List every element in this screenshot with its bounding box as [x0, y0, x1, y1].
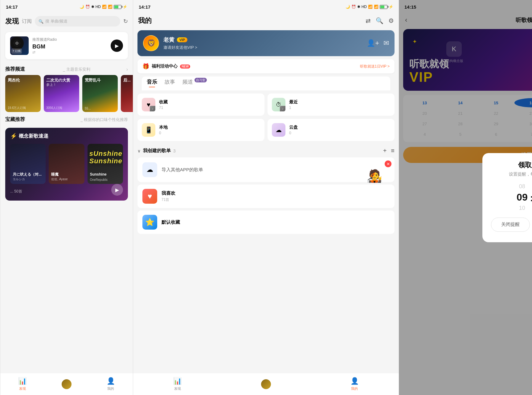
nav-my-1[interactable]: 👤 我的 — [89, 377, 133, 391]
collect-thumb: ♥ ♪ — [142, 98, 155, 111]
avatar-icon-1 — [62, 379, 72, 389]
subscribe-btn[interactable]: + 订阅 — [11, 48, 22, 54]
status-icons-1: 🌙 ⏰ ✱ HD 📶 📶 ⚡ — [80, 5, 127, 9]
tab-music[interactable]: 音乐 — [147, 78, 157, 87]
channel-game[interactable]: 荒野乱斗 55... — [82, 75, 118, 112]
phone-my: 14:17 🌙 ⏰ ✱ HD 📶 📶 ⚡ 我的 ⇄ 🔍 ⚙ 🦁 老黄 V — [133, 0, 399, 395]
channel-anime[interactable]: 二次元の大赏 参上！ 3056人订阅 — [44, 75, 79, 112]
settings-icon[interactable]: ⚙ — [388, 17, 394, 24]
treasure-sub: _ 根据你的口味个性化推荐 — [80, 117, 128, 123]
list-icon[interactable]: ≡ — [391, 147, 395, 154]
fast-delivery-label: 概念新歌速递 — [19, 133, 48, 139]
radio-info: 推荐频道Radio BGM ⇄ — [32, 37, 107, 54]
song-count: ... 50首 — [10, 189, 22, 194]
sunshine-display-text: sUnshineSunshine — [89, 150, 122, 165]
nav-discover[interactable]: 📊 发现 — [0, 377, 44, 391]
channels-header: 推荐频道 _ 主题音乐安利 › — [0, 62, 133, 75]
vip-banner: 🦁 老黄 VIP 邀请好友送他VIP > 👤+ ✉ — [137, 30, 395, 56]
search-bar[interactable]: 🔍 搜 单曲/频道 — [35, 16, 120, 27]
welfare-right[interactable]: 听歌就送1日VIP > — [360, 64, 390, 69]
tab-subscribe[interactable]: 订阅 — [22, 18, 32, 25]
discover-header: 发现 订阅 🔍 搜 单曲/频道 ↻ — [0, 14, 133, 30]
success-modal: ✕ 领取成功 设置提醒，每天都领VIP 08 09 10 : 00 00 01 … — [482, 153, 532, 242]
battery-2 — [380, 5, 387, 9]
treasure-section-header: 宝藏推荐 _ 根据你的口味个性化推荐 — [0, 112, 133, 125]
playlist-title: 我创建的歌单 — [143, 148, 171, 154]
modal-title: 领取成功 — [491, 160, 532, 170]
import-card[interactable]: ☁ 导入其他APP的歌单 ✕ 🧑‍🎤 — [137, 157, 395, 182]
default-thumb: ⭐ — [142, 215, 157, 230]
playlist-actions: + ≡ — [383, 147, 395, 154]
recent-thumb: ⏱ ♪ — [272, 98, 285, 111]
refresh-icon[interactable]: ↻ — [123, 18, 128, 25]
search-icon-my[interactable]: 🔍 — [376, 17, 383, 24]
my-nav-icon-2: 👤 — [350, 377, 359, 385]
nav-avatar-2[interactable] — [222, 379, 310, 389]
vip-invite[interactable]: 邀请好友送他VIP > — [163, 45, 362, 50]
treasure-section: ⚡ 概念新歌速递 月に吠える（对... ヨルシカ 睡魔 佐佐, Ayase sU… — [5, 128, 128, 201]
favorites-thumb: ♥ — [142, 189, 157, 204]
channels-arrow[interactable]: › — [126, 67, 128, 72]
phone-vip: 14:15 🌙 ⏰ ✱ HD 📶 📶 ‹ 听歌领会员 规则 🎧 K 酷狗概念版 … — [399, 0, 532, 395]
status-bar-2: 14:17 🌙 ⏰ ✱ HD 📶 📶 ⚡ — [133, 0, 399, 14]
shuffle-icon[interactable]: ⇄ — [366, 17, 371, 24]
playlist-favorites[interactable]: ♥ 我喜欢 71首 — [137, 185, 395, 208]
radio-label: 推荐频道Radio — [32, 37, 107, 42]
vip-actions: 👤+ ✉ — [367, 39, 389, 47]
nav-my-2[interactable]: 👤 我的 — [310, 377, 399, 391]
card-collect[interactable]: ♥ ♪ 收藏 71 — [137, 94, 264, 116]
search-placeholder: 搜 单曲/频道 — [45, 19, 68, 24]
song-card-2[interactable]: 睡魔 佐佐, Ayase — [49, 144, 84, 184]
lightning-icon: ⚡ — [10, 133, 17, 139]
new-badge: NEW — [180, 64, 190, 69]
hour-main: 09 — [517, 192, 528, 203]
modal-overlay: ✕ 领取成功 设置提醒，每天都领VIP 08 09 10 : 00 00 01 … — [399, 0, 532, 395]
song-card-1[interactable]: 月に吠える（对... ヨルシカ — [10, 144, 46, 184]
modal-subtitle: 设置提醒，每天都领VIP — [491, 172, 532, 177]
status-icons-2: 🌙 ⏰ ✱ HD 📶 📶 ⚡ — [346, 5, 393, 9]
channel-jay[interactable]: 周杰伦 19.6万人订阅 — [5, 75, 41, 112]
my-header: 我的 ⇄ 🔍 ⚙ — [133, 14, 399, 28]
tab-discover[interactable]: 发现 — [5, 17, 19, 26]
add-friend-icon[interactable]: 👤+ — [367, 39, 379, 47]
play-button[interactable]: ▶ — [111, 40, 123, 52]
vinyl-icon — [10, 36, 24, 50]
add-playlist-btn[interactable]: + — [383, 147, 387, 154]
cloud-info: 云盘 0 — [289, 125, 298, 135]
playlist-default[interactable]: ⭐ 默认收藏 — [137, 210, 395, 234]
import-close-btn[interactable]: ✕ — [385, 160, 391, 167]
tab-channel[interactable]: 频道 自习室 — [182, 78, 207, 87]
radio-card[interactable]: + 订阅 推荐频道Radio BGM ⇄ ▶ — [5, 32, 128, 59]
card-recent[interactable]: ⏱ ♪ 最近 1 — [268, 94, 395, 116]
welfare-icon: 🎁 — [142, 63, 149, 70]
discover-nav-label: 发现 — [19, 386, 26, 391]
import-text: 导入其他APP的歌单 — [162, 167, 203, 173]
cancel-reminder-button[interactable]: 关闭提醒 — [491, 218, 530, 232]
channel-more[interactable]: 后... — [121, 75, 133, 112]
phone-discover: 14:17 🌙 ⏰ ✱ HD 📶 📶 ⚡ 发现 订阅 🔍 搜 单曲/频道 ↻ +… — [0, 0, 133, 395]
welfare-bar[interactable]: 🎁 福利活动中心 NEW 听歌就送1日VIP > — [137, 59, 395, 73]
playlist-toggle[interactable]: ∨ — [137, 148, 141, 153]
nav-discover-2[interactable]: 📊 发现 — [133, 377, 222, 391]
nav-avatar-1[interactable] — [44, 379, 88, 389]
radio-thumb: + 订阅 — [10, 36, 29, 55]
song-title-2: 睡魔 — [51, 172, 83, 177]
card-local[interactable]: 📱 本地 0 — [137, 119, 264, 141]
song-card-sunshine[interactable]: sUnshineSunshine Sunshine OneRepublic — [88, 144, 123, 184]
import-icon: ☁ — [142, 162, 157, 177]
hour-column[interactable]: 08 09 10 — [517, 183, 528, 211]
play-all-button[interactable]: ▶ — [111, 184, 123, 196]
header-icons: ⇄ 🔍 ⚙ — [366, 17, 394, 24]
vip-info: 老黄 VIP 邀请好友送他VIP > — [163, 36, 362, 50]
mail-icon[interactable]: ✉ — [383, 39, 389, 47]
search-icon: 🔍 — [39, 19, 43, 24]
card-cloud[interactable]: ☁ 云盘 0 — [268, 119, 395, 141]
vip-name: 老黄 VIP — [163, 36, 362, 44]
self-study-badge: 自习室 — [194, 78, 207, 82]
my-nav-label-2: 我的 — [351, 386, 358, 391]
my-nav-icon-1: 👤 — [107, 377, 115, 385]
tab-story[interactable]: 故事 — [165, 78, 175, 87]
local-thumb: 📱 — [142, 123, 155, 137]
treasure-title: 宝藏推荐 — [5, 116, 25, 123]
radio-subtitle: ⇄ — [32, 50, 107, 54]
